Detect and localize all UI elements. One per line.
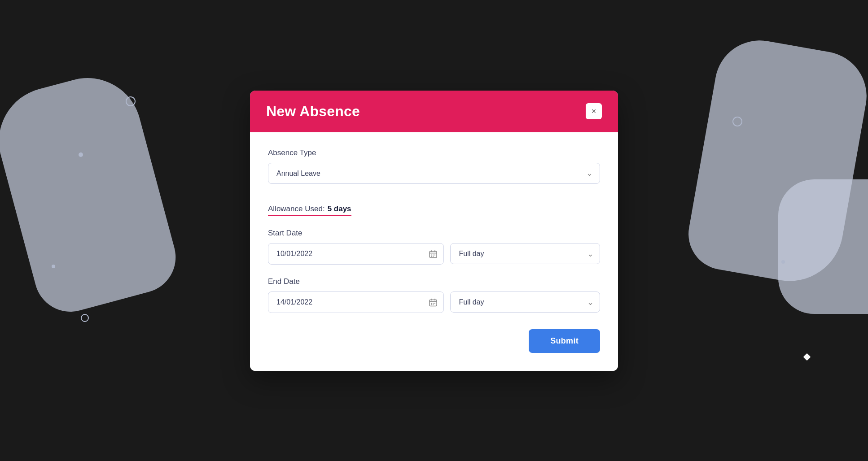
absence-type-group: Absence Type Annual Leave Sick Leave Unp… (268, 148, 600, 184)
bg-blob-right-lower (778, 179, 868, 314)
absence-type-select-wrapper: Annual Leave Sick Leave Unpaid Leave Mat… (268, 163, 600, 184)
start-date-input-wrapper (268, 243, 444, 265)
modal-title: New Absence (266, 103, 360, 120)
start-date-group: Start Date (268, 229, 600, 265)
start-date-row: Full day Half day (AM) Half day (PM) ⌄ (268, 243, 600, 265)
decorative-dot-6 (781, 260, 785, 264)
close-button[interactable]: × (586, 103, 602, 119)
start-date-input[interactable] (268, 243, 444, 265)
start-day-type-wrapper: Full day Half day (AM) Half day (PM) ⌄ (450, 243, 600, 264)
start-day-type-select[interactable]: Full day Half day (AM) Half day (PM) (450, 243, 600, 264)
end-day-type-wrapper: Full day Half day (AM) Half day (PM) ⌄ (450, 291, 600, 313)
decorative-dot-5 (732, 117, 742, 126)
absence-type-label: Absence Type (268, 148, 600, 157)
end-date-input[interactable] (268, 291, 444, 313)
submit-row: Submit (268, 329, 600, 353)
submit-button[interactable]: Submit (529, 329, 600, 353)
decorative-dot-2 (79, 152, 83, 157)
allowance-value: 5 days (328, 204, 351, 213)
end-date-row: Full day Half day (AM) Half day (PM) ⌄ (268, 291, 600, 313)
allowance-label: Allowance Used: (268, 204, 325, 213)
decorative-dot-4 (81, 314, 89, 322)
absence-type-select[interactable]: Annual Leave Sick Leave Unpaid Leave Mat… (268, 163, 600, 184)
modal-body: Absence Type Annual Leave Sick Leave Unp… (250, 132, 618, 371)
end-day-type-select[interactable]: Full day Half day (AM) Half day (PM) (450, 291, 600, 313)
decorative-star (803, 353, 811, 361)
end-date-input-wrapper (268, 291, 444, 313)
allowance-used-row: Allowance Used: 5 days (268, 196, 351, 216)
decorative-dot-3 (52, 265, 55, 268)
new-absence-modal: New Absence × Absence Type Annual Leave … (250, 91, 618, 371)
decorative-dot-1 (126, 96, 136, 106)
bg-blob-left (0, 66, 184, 320)
end-date-label: End Date (268, 277, 600, 286)
start-date-label: Start Date (268, 229, 600, 238)
modal-header: New Absence × (250, 91, 618, 132)
end-date-group: End Date (268, 277, 600, 313)
